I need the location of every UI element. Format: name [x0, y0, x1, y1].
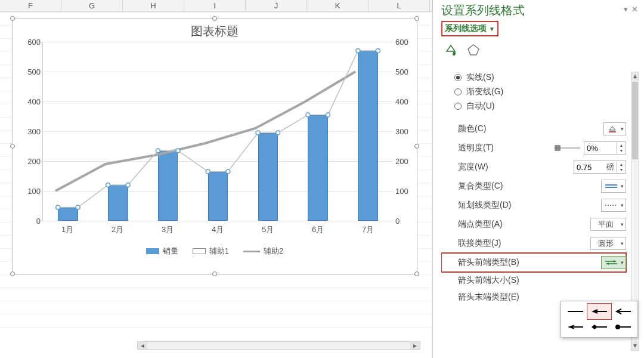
transparency-value[interactable]	[584, 144, 617, 153]
line-solid-radio[interactable]: 实线(S)	[441, 70, 626, 85]
resize-handle[interactable]	[10, 144, 15, 149]
column-headers: F G H I J K L	[0, 0, 432, 12]
arrow-option-oval[interactable]	[611, 319, 635, 335]
spin-up[interactable]: ▲	[617, 143, 626, 148]
legend-swatch-outline	[193, 248, 206, 254]
legend-label: 销量	[163, 246, 178, 257]
pane-close-icon[interactable]: ✕	[631, 5, 638, 14]
scroll-left-button[interactable]: ◂	[138, 342, 147, 349]
series-line-options-dropdown[interactable]: 系列线选项 ▼	[441, 21, 499, 36]
col-header[interactable]: J	[246, 0, 307, 11]
spin-down[interactable]: ▼	[617, 148, 626, 153]
scroll-up-button[interactable]: ▴	[631, 72, 639, 81]
arrow-option-triangle[interactable]	[587, 304, 611, 319]
compound-line-icon	[605, 183, 617, 189]
cap-type-row: 端点类型(A) 平面	[441, 215, 626, 234]
scroll-right-button[interactable]: ▸	[410, 342, 420, 349]
cap-type-value: 平面	[598, 219, 614, 230]
svg-point-18	[615, 325, 620, 329]
col-header[interactable]: G	[61, 0, 123, 11]
arrow-option-stealth[interactable]	[564, 319, 587, 335]
prop-label: 箭头前端类型(B)	[458, 257, 519, 268]
width-value[interactable]	[574, 163, 606, 172]
series-line-options-label: 系列线选项	[445, 23, 487, 34]
prop-label: 箭头末端类型(E)	[458, 292, 519, 303]
transparency-row: 透明度(T) ▲▼	[441, 138, 626, 158]
scroll-track[interactable]	[147, 342, 410, 349]
svg-marker-8	[606, 263, 609, 265]
prop-label: 短划线类型(D)	[458, 200, 511, 211]
transparency-input[interactable]: ▲▼	[584, 141, 626, 155]
svg-marker-11	[592, 309, 597, 314]
bar[interactable]	[208, 172, 228, 221]
radio-icon	[454, 88, 462, 95]
plot-area[interactable]: 0100200300400500600 0100200300400500600	[42, 42, 393, 221]
bar[interactable]	[258, 133, 278, 221]
scroll-down-button[interactable]: ▾	[631, 342, 639, 350]
bar[interactable]	[358, 51, 378, 221]
scroll-thumb[interactable]	[632, 82, 638, 159]
radio-label: 实线(S)	[466, 72, 494, 83]
prop-label: 箭头前端大小(S)	[458, 275, 519, 286]
join-type-dropdown[interactable]: 圆形	[590, 237, 626, 250]
prop-label: 透明度(T)	[458, 143, 494, 153]
bar[interactable]	[158, 151, 178, 221]
compound-type-dropdown[interactable]	[601, 180, 626, 193]
pane-options-icon[interactable]: ▾	[624, 5, 628, 14]
transparency-slider[interactable]	[556, 147, 580, 149]
radio-icon	[454, 103, 462, 110]
bar[interactable]	[108, 185, 128, 221]
resize-handle[interactable]	[414, 16, 419, 21]
prop-label: 颜色(C)	[458, 124, 486, 134]
col-header[interactable]: K	[307, 0, 369, 11]
legend-item[interactable]: 销量	[146, 246, 178, 257]
arrow-begin-type-dropdown[interactable]	[601, 256, 626, 269]
spin-down[interactable]: ▼	[617, 167, 626, 172]
line-gradient-radio[interactable]: 渐变线(G)	[441, 85, 626, 99]
col-header[interactable]: F	[0, 0, 61, 11]
legend-label: 辅助1	[209, 246, 229, 257]
chart-object[interactable]: 图表标题 0100200300400500600 010020030040050…	[12, 18, 417, 274]
line-auto-radio[interactable]: 自动(U)	[441, 99, 626, 113]
dash-line-icon	[605, 203, 617, 207]
width-row: 宽度(W) 磅 ▲▼	[441, 158, 626, 177]
col-header[interactable]: L	[369, 0, 430, 11]
prop-label: 联接类型(J)	[458, 238, 501, 249]
arrows-icon	[605, 260, 617, 266]
bar[interactable]	[308, 115, 328, 221]
svg-marker-0	[468, 45, 479, 55]
svg-marker-16	[592, 325, 597, 329]
arrow-option-open[interactable]	[611, 304, 635, 319]
radio-label: 渐变线(G)	[466, 87, 503, 97]
dash-type-dropdown[interactable]	[601, 199, 626, 212]
chevron-down-icon: ▼	[489, 26, 495, 32]
arrow-type-flyout	[561, 301, 638, 338]
legend-item[interactable]: 辅助2	[243, 246, 283, 257]
width-input[interactable]: 磅 ▲▼	[574, 161, 626, 174]
spin-up[interactable]: ▲	[617, 162, 626, 167]
resize-handle[interactable]	[414, 271, 419, 276]
arrow-option-none[interactable]	[564, 304, 587, 319]
bar[interactable]	[58, 208, 78, 221]
resize-handle[interactable]	[10, 271, 15, 276]
resize-handle[interactable]	[212, 16, 217, 21]
chart-legend[interactable]: 销量 辅助1 辅助2	[13, 246, 417, 257]
legend-item[interactable]: 辅助1	[193, 246, 229, 257]
legend-swatch-line	[243, 251, 260, 252]
worksheet-area: F G H I J K L 图表标题 0100200300400500600 0…	[0, 0, 432, 358]
radio-icon	[454, 74, 462, 81]
col-header[interactable]: I	[184, 0, 246, 11]
color-picker-dropdown[interactable]	[603, 122, 626, 135]
resize-handle[interactable]	[212, 271, 217, 276]
cap-type-dropdown[interactable]: 平面	[590, 218, 626, 231]
chart-title[interactable]: 图表标题	[13, 18, 417, 42]
col-header[interactable]: H	[123, 0, 184, 11]
horizontal-scrollbar[interactable]: ◂ ▸	[137, 341, 420, 350]
fill-and-line-tab-icon[interactable]	[444, 42, 458, 57]
arrow-option-diamond[interactable]	[587, 319, 611, 335]
width-unit: 磅	[606, 162, 617, 172]
effects-tab-icon[interactable]	[466, 42, 481, 57]
resize-handle[interactable]	[10, 16, 15, 21]
prop-label: 端点类型(A)	[458, 219, 503, 230]
radio-label: 自动(U)	[466, 101, 494, 112]
